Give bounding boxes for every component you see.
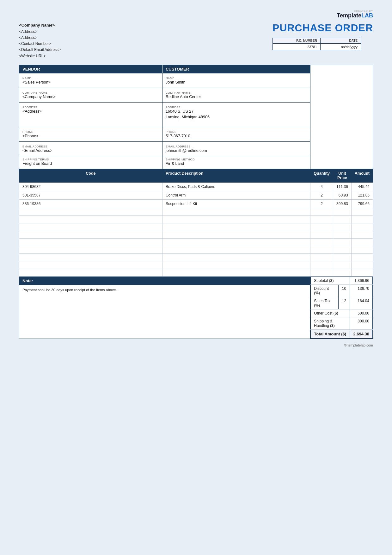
vendor-name-value: <Sales Person> (22, 80, 159, 86)
table-row (19, 261, 373, 269)
created-by-label: CREATED BY (19, 9, 373, 12)
items-header-row: Code Product Description Quantity Unit P… (19, 169, 373, 182)
note-section: Note: Payment shall be 30 days upon rece… (19, 277, 310, 295)
item-amount: 121.86 (351, 191, 373, 199)
footer-credit: © templatelab.com (19, 343, 373, 347)
customer-email-label: EMAIL ADDRESS (166, 145, 307, 148)
customer-company-label: COMPANY NAME (166, 91, 307, 95)
item-quantity (310, 231, 333, 238)
vendor-address-value: <Address> (22, 109, 159, 115)
note-text: Payment shall be 30 days upon receipt of… (22, 288, 117, 292)
vendor-name-cell: NAME <Sales Person> (19, 73, 162, 88)
customer-address-line1: 16040 S. US 27 (166, 109, 307, 115)
item-amount (351, 261, 373, 269)
other-value: 500.00 (350, 309, 373, 317)
vendor-phone-value: <Phone> (22, 134, 159, 140)
item-quantity: 2 (310, 191, 333, 199)
company-email: <Default Email Address> (19, 47, 61, 53)
customer-phone-value: 517-367-7010 (166, 134, 307, 140)
item-amount (351, 246, 373, 253)
brand-template: Template (337, 12, 361, 19)
item-code: 304-98632 (19, 182, 162, 191)
shipping-method-label: SHIPPING METHOD (166, 158, 307, 161)
customer-address-label: ADDRESS (166, 106, 307, 109)
shipping-terms-cell: SHIPPING TERMS Freight on Board (19, 156, 162, 169)
total-row: Total Amount ($) 2,694.30 (311, 329, 373, 338)
note-summary-row: Note: Payment shall be 30 days upon rece… (19, 276, 373, 339)
table-row (19, 238, 373, 246)
item-quantity (310, 253, 333, 261)
customer-name-cell: NAME John Smith (162, 73, 310, 88)
item-code (19, 261, 162, 269)
customer-email-value: johnsmith@redline.com (166, 148, 307, 154)
item-code: 501-35587 (19, 191, 162, 199)
tax-value: 164.04 (350, 297, 373, 309)
item-quantity (310, 208, 333, 215)
vendor-email-label: EMAIL ADDRESS (22, 145, 159, 148)
item-code (19, 238, 162, 246)
item-amount (351, 223, 373, 231)
customer-address-line2: Lansing, Michigan 48906 (166, 115, 307, 121)
item-amount: 799.66 (351, 199, 373, 208)
item-unit-price (333, 223, 352, 231)
vendor-address-cell: ADDRESS <Address> (19, 103, 162, 126)
item-amount (351, 215, 373, 223)
customer-company-cell: COMPANY NAME Redline Auto Center (162, 88, 310, 102)
item-quantity: 2 (310, 199, 333, 208)
vendor-address-label: ADDRESS (22, 106, 159, 109)
table-row: 886-19386 Suspension Lift Kit 2 399.83 7… (19, 199, 373, 208)
vendor-section-header: VENDOR (19, 65, 162, 73)
item-description (162, 253, 310, 261)
item-amount (351, 208, 373, 215)
company-row: COMPANY NAME <Company Name> COMPANY NAME… (19, 88, 373, 102)
item-unit-price (333, 215, 352, 223)
item-description (162, 261, 310, 269)
item-unit-price: 60.93 (333, 191, 352, 199)
item-unit-price (333, 269, 352, 276)
item-description (162, 208, 310, 215)
other-label: Other Cost ($) (311, 309, 350, 317)
discount-value: 136.70 (350, 284, 373, 297)
item-description (162, 269, 310, 276)
vendor-email-cell: EMAIL ADDRESS <Email Address> (19, 142, 162, 156)
summary-table: Subtotal ($) 1,366.96 Discount (%) 10 13… (310, 277, 373, 339)
tax-row: Sales Tax (%) 12 164.04 (311, 297, 373, 309)
item-quantity (310, 223, 333, 231)
item-description: Brake Discs, Pads & Calipers (162, 182, 310, 191)
item-quantity (310, 238, 333, 246)
company-address1: <Address> (19, 29, 61, 35)
item-unit-price (333, 261, 352, 269)
item-code: 886-19386 (19, 199, 162, 208)
watermark: CREATED BY TemplateLAB (19, 9, 373, 19)
company-website: <Website URL> (19, 53, 61, 59)
item-quantity (310, 261, 333, 269)
item-code (19, 208, 162, 215)
date-value: nn/dd/yyyy (320, 44, 361, 50)
vendor-name-label: NAME (22, 77, 159, 80)
item-amount (351, 238, 373, 246)
discount-pct: 10 (338, 284, 350, 297)
tax-label: Sales Tax (%) (311, 297, 338, 309)
item-amount: 445.44 (351, 182, 373, 191)
item-description (162, 223, 310, 231)
customer-phone-label: PHONE (166, 130, 307, 134)
po-number-value: 23781 (273, 44, 320, 50)
customer-phone-cell: PHONE 517-367-7010 (162, 127, 310, 141)
customer-company-value: Redline Auto Center (166, 95, 307, 100)
customer-email-cell: EMAIL ADDRESS johnsmith@redline.com (162, 142, 310, 156)
item-description (162, 215, 310, 223)
item-description (162, 246, 310, 253)
shipping-method-value: Air & Land (166, 161, 307, 167)
item-description: Control Arm (162, 191, 310, 199)
item-quantity (310, 215, 333, 223)
total-value: 2,694.30 (350, 329, 373, 338)
table-row (19, 269, 373, 276)
table-row (19, 208, 373, 215)
col-header-unit-price: Unit Price (333, 169, 352, 182)
company-name: <Company Name> (19, 22, 61, 29)
item-quantity (310, 269, 333, 276)
table-row (19, 246, 373, 253)
item-unit-price (333, 231, 352, 238)
company-info: <Company Name> <Address> <Address> <Cont… (19, 22, 61, 59)
subtotal-label: Subtotal ($) (311, 277, 350, 284)
